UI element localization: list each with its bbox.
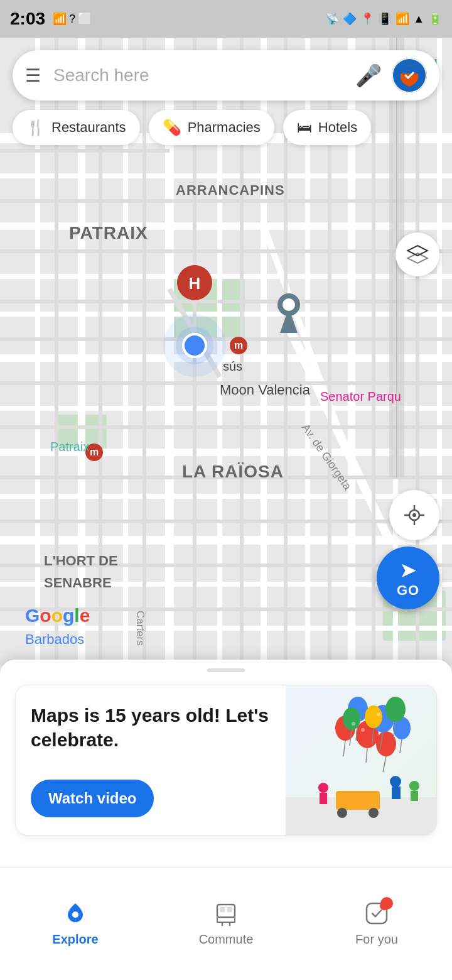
status-time: 2:03 [10,9,45,29]
svg-text:m: m [234,340,243,351]
cast-icon: 📡 [325,12,339,26]
status-icons: 📡 🔷 📍 📳 📶 ▲ 🔋 [325,12,442,26]
bottom-navigation: Explore Commute ● For you [0,867,452,980]
svg-rect-91 [320,793,327,804]
svg-point-110 [385,697,406,722]
commute-label: Commute [199,932,254,947]
svg-point-98 [376,731,396,756]
svg-point-85 [412,513,416,517]
question-icon: ? [69,13,75,26]
battery-icon: 🔋 [428,12,442,26]
svg-text:Carters: Carters [134,611,146,646]
svg-text:Patraix: Patraix [50,440,89,454]
bluetooth-icon: 🔷 [343,12,357,26]
nav-for-you[interactable]: ● For you [301,891,452,957]
svg-point-108 [365,705,382,728]
svg-text:Moon Valencia: Moon Valencia [220,382,311,398]
avatar[interactable] [392,58,427,93]
status-bar: 2:03 📶 ? ⬜ 📡 🔷 📍 📳 📶 ▲ 🔋 [0,0,452,38]
svg-point-61 [282,298,295,311]
svg-text:Google: Google [25,605,90,626]
bottom-panel: Maps is 15 years old! Let's celebrate. W… [0,660,452,867]
svg-text:H: H [189,274,201,293]
svg-point-116 [352,722,355,726]
location-button[interactable] [389,490,439,540]
go-arrow-icon: ➤ [399,557,417,582]
svg-marker-79 [407,253,428,263]
wifi-icon: 📶 [396,12,409,26]
drag-handle[interactable] [207,668,245,672]
celebration-card: Maps is 15 years old! Let's celebrate. W… [15,685,437,836]
chip-pharmacies-label: Pharmacies [188,119,261,136]
svg-text:Barbados: Barbados [25,631,84,647]
svg-text:Senator Parqu: Senator Parqu [320,389,401,403]
hamburger-icon[interactable]: ☰ [25,65,41,86]
card-illustration [286,685,436,835]
signal-icon: 📶 [53,12,67,26]
svg-rect-119 [220,907,225,912]
svg-text:SENABRE: SENABRE [44,575,112,591]
avatar-image [392,58,427,93]
mic-icon[interactable]: 🎤 [355,63,382,88]
commute-icon [213,901,239,926]
svg-text:PATRAIX: PATRAIX [69,223,148,242]
layers-icon [406,243,429,266]
svg-text:L'HORT DE: L'HORT DE [44,553,118,569]
svg-rect-87 [336,791,380,810]
explore-label: Explore [52,932,98,947]
card-title: Maps is 15 years old! Let's celebrate. [31,703,271,752]
restaurants-icon: 🍴 [26,119,45,136]
chip-restaurants-label: Restaurants [51,119,126,136]
go-button[interactable]: ➤ GO [377,547,439,609]
search-bar[interactable]: ☰ Search here 🎤 [13,50,439,101]
svg-rect-95 [411,791,418,801]
svg-text:m: m [90,447,99,457]
location-status-icon: 📍 [360,12,374,26]
nav-explore[interactable]: Explore [0,891,151,957]
svg-line-101 [343,741,345,756]
card-content: Maps is 15 years old! Let's celebrate. W… [16,685,286,835]
chips-row: 🍴 Restaurants 💊 Pharmacies 🛏 Hotels [13,110,371,145]
chip-hotels[interactable]: 🛏 Hotels [283,110,371,145]
for-you-label: For you [355,932,398,947]
svg-line-97 [366,748,367,763]
screen-record-icon: ⬜ [78,12,92,26]
svg-point-94 [409,781,419,791]
go-label: GO [397,582,419,599]
svg-point-117 [72,912,78,918]
svg-point-112 [343,707,360,730]
svg-point-88 [337,808,347,818]
pharmacies-icon: 💊 [163,119,181,136]
chip-hotels-label: Hotels [318,119,357,136]
svg-rect-120 [227,907,232,912]
svg-text:sús: sús [223,359,242,373]
svg-text:ARRANCAPINS: ARRANCAPINS [176,182,285,198]
commute-icon-wrap [213,901,239,928]
svg-line-99 [383,756,386,772]
explore-icon-wrap [63,901,88,928]
layers-button[interactable] [396,232,439,276]
vibrate-icon: 📳 [378,12,392,26]
svg-point-90 [318,783,328,793]
celebration-illustration [286,685,436,835]
chip-pharmacies[interactable]: 💊 Pharmacies [149,110,274,145]
svg-point-115 [377,712,380,716]
svg-text:LA RAÏOSA: LA RAÏOSA [182,462,284,481]
search-placeholder[interactable]: Search here [53,65,355,85]
hotels-icon: 🛏 [297,119,312,136]
for-you-icon-wrap: ● [364,901,389,928]
map-area[interactable]: H m m PATRAIX ARRANCAPINS LA RAÏOSA L'HO… [0,38,452,666]
svg-marker-78 [407,246,428,256]
chip-restaurants[interactable]: 🍴 Restaurants [13,110,140,145]
explore-icon [63,901,88,926]
svg-line-107 [400,739,402,753]
svg-point-92 [390,776,401,787]
svg-point-114 [361,728,365,732]
watch-video-button[interactable]: Watch video [31,780,154,817]
for-you-badge [380,897,393,910]
svg-rect-93 [392,787,401,799]
network-icon: ▲ [413,13,424,26]
svg-point-89 [369,808,379,818]
location-icon [402,503,427,528]
nav-commute[interactable]: Commute [151,891,301,957]
